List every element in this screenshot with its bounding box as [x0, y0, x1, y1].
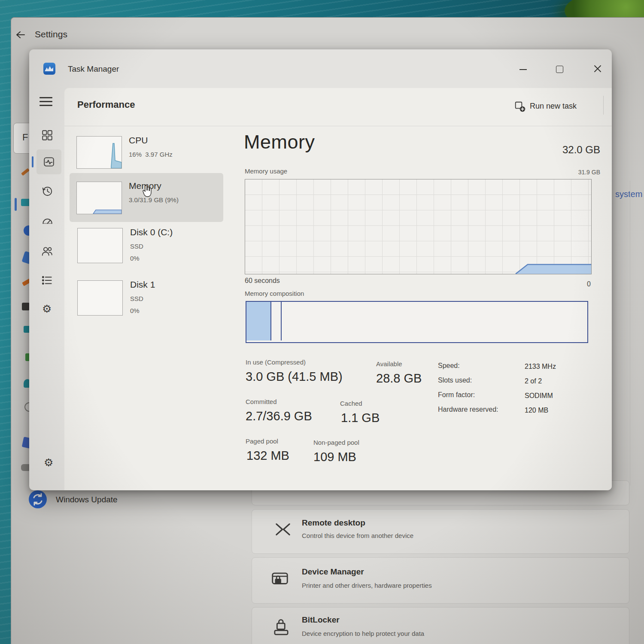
windows-update-label: Windows Update: [56, 495, 118, 504]
home-icon[interactable]: [21, 168, 30, 176]
back-arrow-icon[interactable]: [15, 29, 27, 41]
header-rule: [64, 126, 612, 126]
nav-selected-accent: [15, 198, 17, 211]
sidebar-item-users[interactable]: [41, 245, 53, 257]
minimize-button[interactable]: [510, 58, 536, 77]
perf-item-disk1[interactable]: Disk 1 SSD 0%: [70, 276, 224, 324]
remote-desktop-card[interactable]: Remote desktop Control this device from …: [252, 509, 629, 554]
stat-value: 3.0 GB (41.5 MB): [246, 370, 343, 384]
stat-value: 109 MB: [313, 450, 356, 464]
nav-menu-button[interactable]: [39, 97, 53, 107]
card-description: Control this device from another device: [302, 532, 413, 539]
run-new-task-button[interactable]: Run new task: [514, 97, 600, 116]
selected-accent-pill: [32, 156, 33, 167]
memory-composition-label: Memory composition: [245, 290, 304, 297]
stat-value: 28.8 GB: [376, 371, 422, 386]
perf-item-detail2: 0%: [130, 307, 140, 314]
card-title: BitLocker: [302, 615, 340, 625]
hw-label: Speed:: [438, 362, 460, 370]
run-new-task-icon: [514, 101, 526, 112]
page-title: Performance: [77, 99, 135, 110]
perf-item-cpu[interactable]: CPU 16% 3.97 GHz: [70, 132, 224, 175]
header-divider: [603, 96, 604, 115]
close-button[interactable]: [584, 58, 610, 77]
sidebar-item-performance[interactable]: [36, 149, 61, 174]
menu-icon-bar: [39, 101, 52, 102]
stat-label: Available: [376, 360, 402, 368]
bitlocker-icon: [272, 617, 291, 637]
sidebar-item-app-history[interactable]: [41, 185, 53, 197]
sidebar-item-details[interactable]: [41, 274, 53, 286]
hw-value: 2 of 2: [525, 377, 542, 385]
card-description: Device encryption to help protect your d…: [302, 630, 424, 637]
bitlocker-card[interactable]: BitLocker Device encryption to help prot…: [252, 607, 629, 644]
hand-cursor: [141, 184, 154, 199]
y-max-label: 31.9 GB: [541, 169, 600, 176]
card-edge-line: [630, 181, 630, 486]
sidebar-item-services[interactable]: ⚙: [42, 304, 52, 314]
stat-value: 2.7/36.9 GB: [246, 409, 312, 423]
memory-usage-graph: [245, 179, 592, 274]
memory-composition-bar: [246, 301, 588, 343]
sidebar-item-settings[interactable]: ⚙: [44, 457, 53, 468]
composition-modified-segment: [271, 302, 282, 340]
hw-value: 120 MB: [525, 407, 548, 414]
remote-desktop-icon: [273, 520, 292, 539]
search-fragment-text: F: [22, 132, 28, 143]
task-manager-window: Task Manager: [29, 49, 612, 490]
device-manager-icon: [270, 569, 290, 589]
stat-label: Paged pool: [246, 437, 278, 445]
hw-value: 2133 MHz: [525, 363, 556, 371]
memory-usage-label: Memory usage: [245, 167, 287, 175]
task-manager-content: Performance Run new task: [64, 88, 612, 490]
hw-value: SODIMM: [525, 392, 553, 400]
perf-item-detail2: 0%: [130, 255, 140, 262]
minimize-icon: [519, 69, 527, 70]
card-title: Remote desktop: [302, 518, 365, 528]
perf-item-memory[interactable]: Memory 3.0/31.9 GB (9%): [70, 173, 223, 222]
composition-in-use-segment: [246, 302, 271, 340]
windows-update-icon: [28, 490, 47, 509]
stat-value: 132 MB: [246, 449, 289, 463]
card-title: Device Manager: [302, 567, 364, 577]
sidebar-item-windows-update[interactable]: Windows Update: [28, 490, 157, 512]
stat-label: Cached: [340, 400, 362, 407]
perf-item-name: Disk 1: [130, 279, 155, 290]
settings-page-title: Settings: [35, 29, 67, 39]
window-title: Task Manager: [68, 64, 119, 74]
perf-item-detail: SSD: [130, 295, 143, 302]
memory-total: 32.0 GB: [515, 144, 600, 156]
perf-item-detail: 16% 3.97 GHz: [129, 151, 173, 158]
perf-item-name: Disk 0 (C:): [130, 227, 173, 237]
hw-label: Slots used:: [438, 377, 472, 384]
hw-label: Hardware reserved:: [438, 406, 498, 413]
cpu-mini-graph: [76, 136, 122, 169]
stat-value: 1.1 GB: [341, 411, 380, 425]
close-icon: [593, 64, 602, 73]
x-left-label: 60 seconds: [245, 277, 280, 285]
memory-mini-graph: [76, 182, 122, 214]
maximize-icon: [556, 66, 563, 73]
menu-icon: [39, 97, 52, 98]
disk1-mini-graph: [77, 280, 123, 316]
menu-icon-bar: [39, 105, 52, 106]
sidebar-item-processes[interactable]: [41, 129, 53, 141]
memory-page-title: Memory: [244, 131, 315, 153]
device-manager-card[interactable]: Device Manager Printer and other drivers…: [252, 557, 629, 604]
perf-item-disk0[interactable]: Disk 0 (C:) SSD 0%: [70, 225, 224, 273]
apps-icon[interactable]: [22, 303, 30, 310]
run-new-task-label: Run new task: [530, 102, 577, 111]
x-right-label: 0: [574, 280, 591, 288]
disk0-mini-graph: [77, 228, 123, 263]
photo-stage: Settings F system Windows Update: [0, 0, 644, 644]
stat-label: In use (Compressed): [246, 358, 306, 366]
maximize-button[interactable]: [547, 58, 572, 77]
sidebar-item-startup-apps[interactable]: [41, 215, 53, 227]
perf-item-detail: SSD: [130, 243, 143, 250]
stat-label: Non-paged pool: [313, 439, 359, 446]
perf-item-name: CPU: [129, 135, 148, 146]
stat-label: Committed: [246, 398, 277, 405]
card-description: Printer and other drivers, hardware prop…: [302, 582, 432, 589]
performance-icon: [43, 156, 55, 168]
task-manager-app-icon: [43, 62, 56, 75]
